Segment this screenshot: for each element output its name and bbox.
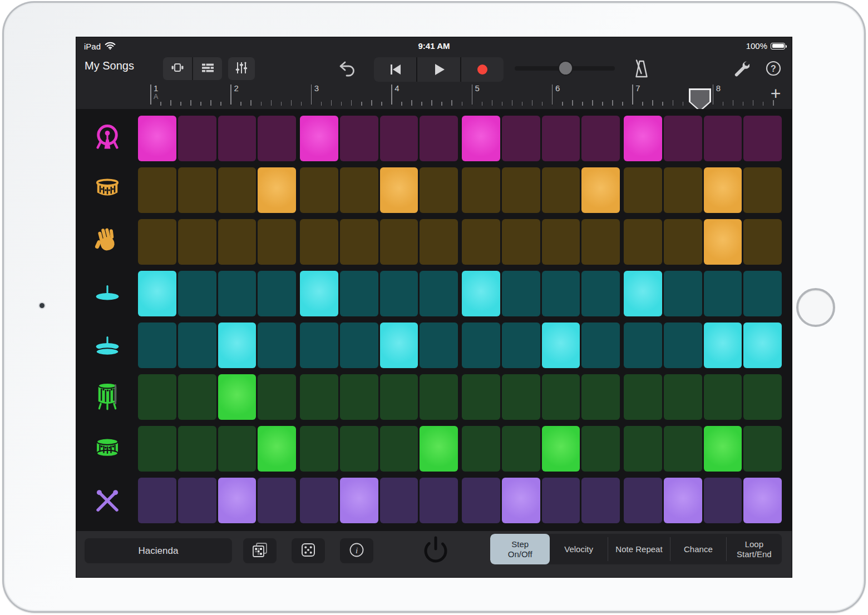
- step-cell-snare-drum-1[interactable]: [138, 167, 176, 213]
- step-cell-tom-2[interactable]: [178, 426, 216, 472]
- step-cell-kick-drum-10[interactable]: [502, 116, 540, 161]
- step-cell-floor-tom-13[interactable]: [624, 374, 662, 420]
- step-cell-sticks-11[interactable]: [542, 478, 580, 523]
- step-cell-tom-12[interactable]: [581, 426, 620, 472]
- rewind-button[interactable]: [374, 57, 416, 82]
- step-cell-clap-7[interactable]: [380, 219, 418, 265]
- step-cell-tom-4[interactable]: [258, 426, 296, 472]
- step-cell-snare-drum-6[interactable]: [340, 167, 378, 213]
- instrument-pad-tom[interactable]: [76, 426, 138, 472]
- step-cell-tom-11[interactable]: [542, 426, 580, 472]
- tab-note-repeat[interactable]: Note Repeat: [608, 534, 670, 564]
- step-cell-kick-drum-5[interactable]: [300, 116, 338, 161]
- play-button[interactable]: [417, 57, 460, 82]
- power-button[interactable]: [421, 534, 451, 568]
- step-cell-clap-16[interactable]: [743, 219, 782, 265]
- track-controls-button[interactable]: [228, 57, 255, 80]
- volume-slider[interactable]: [515, 66, 615, 71]
- step-cell-floor-tom-4[interactable]: [258, 374, 296, 420]
- step-cell-open-hihat-10[interactable]: [502, 323, 540, 368]
- playhead[interactable]: [689, 88, 711, 112]
- step-cell-closed-hihat-12[interactable]: [581, 271, 620, 316]
- instrument-pad-snare-drum[interactable]: [76, 167, 138, 213]
- step-cell-clap-2[interactable]: [178, 219, 216, 265]
- step-cell-sticks-4[interactable]: [258, 478, 296, 523]
- my-songs-button[interactable]: My Songs: [85, 59, 134, 72]
- step-cell-snare-drum-11[interactable]: [542, 167, 580, 213]
- step-cell-tom-16[interactable]: [743, 426, 782, 472]
- step-cell-closed-hihat-13[interactable]: [624, 271, 662, 316]
- step-cell-closed-hihat-3[interactable]: [218, 271, 257, 316]
- step-cell-clap-14[interactable]: [664, 219, 702, 265]
- step-cell-clap-9[interactable]: [462, 219, 500, 265]
- step-cell-open-hihat-16[interactable]: [743, 323, 782, 368]
- step-cell-floor-tom-9[interactable]: [462, 374, 500, 420]
- step-cell-snare-drum-8[interactable]: [420, 167, 458, 213]
- step-cell-tom-14[interactable]: [664, 426, 702, 472]
- step-cell-clap-1[interactable]: [138, 219, 176, 265]
- step-cell-clap-12[interactable]: [581, 219, 620, 265]
- step-cell-kick-drum-15[interactable]: [704, 116, 742, 161]
- timeline-ruler[interactable]: 1A2345678 +: [76, 82, 792, 109]
- step-cell-closed-hihat-6[interactable]: [340, 271, 378, 316]
- step-cell-tom-5[interactable]: [300, 426, 338, 472]
- step-cell-tom-8[interactable]: [420, 426, 458, 472]
- tab-loop-start-end[interactable]: LoopStart/End: [727, 534, 782, 564]
- step-cell-open-hihat-11[interactable]: [542, 323, 580, 368]
- step-cell-floor-tom-5[interactable]: [300, 374, 338, 420]
- step-cell-clap-15[interactable]: [704, 219, 742, 265]
- step-cell-closed-hihat-7[interactable]: [380, 271, 418, 316]
- step-cell-sticks-6[interactable]: [340, 478, 378, 523]
- step-cell-snare-drum-16[interactable]: [743, 167, 782, 213]
- step-cell-kick-drum-16[interactable]: [743, 116, 782, 161]
- step-cell-snare-drum-13[interactable]: [624, 167, 662, 213]
- step-cell-open-hihat-8[interactable]: [420, 323, 458, 368]
- step-cell-open-hihat-4[interactable]: [258, 323, 296, 368]
- step-cell-open-hihat-6[interactable]: [340, 323, 378, 368]
- step-cell-floor-tom-7[interactable]: [380, 374, 418, 420]
- step-cell-snare-drum-5[interactable]: [300, 167, 338, 213]
- step-cell-kick-drum-14[interactable]: [664, 116, 702, 161]
- step-cell-kick-drum-4[interactable]: [258, 116, 296, 161]
- step-cell-sticks-12[interactable]: [581, 478, 620, 523]
- step-cell-open-hihat-14[interactable]: [664, 323, 702, 368]
- tab-step-on-off[interactable]: StepOn/Off: [490, 534, 550, 564]
- instrument-pad-clap[interactable]: [76, 219, 138, 265]
- instrument-pad-floor-tom[interactable]: [76, 374, 138, 420]
- step-cell-floor-tom-2[interactable]: [178, 374, 216, 420]
- step-cell-sticks-14[interactable]: [664, 478, 702, 523]
- step-cell-closed-hihat-9[interactable]: [462, 271, 500, 316]
- home-button[interactable]: [796, 288, 835, 327]
- step-cell-open-hihat-9[interactable]: [462, 323, 500, 368]
- step-cell-sticks-13[interactable]: [624, 478, 662, 523]
- step-cell-tom-3[interactable]: [218, 426, 257, 472]
- step-cell-clap-5[interactable]: [300, 219, 338, 265]
- grid-view-button[interactable]: [163, 57, 192, 80]
- step-cell-snare-drum-12[interactable]: [581, 167, 620, 213]
- step-cell-closed-hihat-5[interactable]: [300, 271, 338, 316]
- step-cell-sticks-7[interactable]: [380, 478, 418, 523]
- step-cell-sticks-5[interactable]: [300, 478, 338, 523]
- step-cell-tom-10[interactable]: [502, 426, 540, 472]
- step-cell-snare-drum-3[interactable]: [218, 167, 257, 213]
- step-cell-tom-7[interactable]: [380, 426, 418, 472]
- step-cell-sticks-3[interactable]: [218, 478, 257, 523]
- step-cell-closed-hihat-16[interactable]: [743, 271, 782, 316]
- step-cell-open-hihat-13[interactable]: [624, 323, 662, 368]
- step-cell-open-hihat-7[interactable]: [380, 323, 418, 368]
- step-cell-open-hihat-2[interactable]: [178, 323, 216, 368]
- pattern-name-button[interactable]: Hacienda: [85, 538, 232, 563]
- step-cell-clap-10[interactable]: [502, 219, 540, 265]
- instrument-pad-open-hihat[interactable]: [76, 323, 138, 368]
- step-cell-kick-drum-13[interactable]: [624, 116, 662, 161]
- step-cell-snare-drum-10[interactable]: [502, 167, 540, 213]
- step-cell-floor-tom-1[interactable]: [138, 374, 176, 420]
- step-cell-open-hihat-1[interactable]: [138, 323, 176, 368]
- step-cell-closed-hihat-15[interactable]: [704, 271, 742, 316]
- step-cell-floor-tom-6[interactable]: [340, 374, 378, 420]
- step-cell-tom-15[interactable]: [704, 426, 742, 472]
- step-cell-sticks-8[interactable]: [420, 478, 458, 523]
- randomize-button[interactable]: [292, 538, 325, 563]
- step-cell-sticks-16[interactable]: [743, 478, 782, 523]
- step-cell-floor-tom-10[interactable]: [502, 374, 540, 420]
